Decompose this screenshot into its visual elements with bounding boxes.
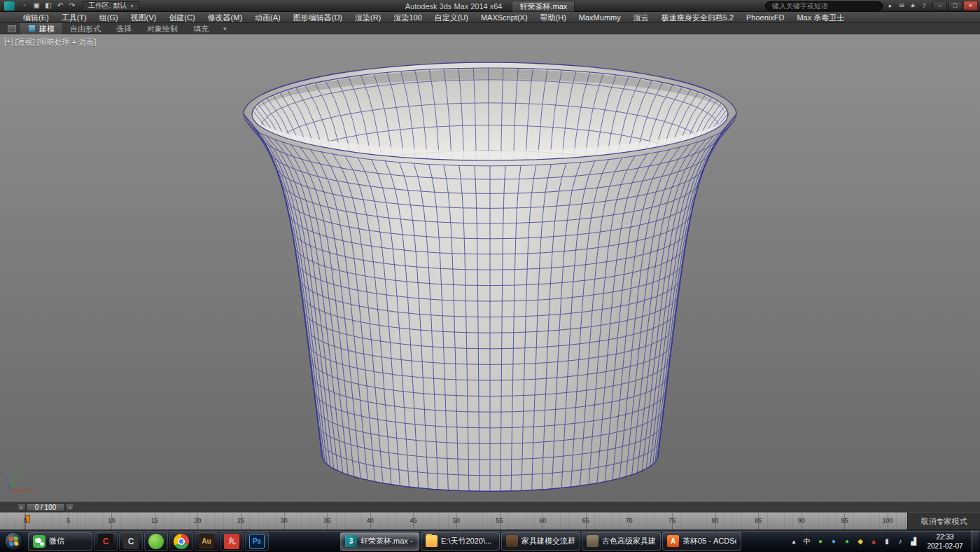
menu-item[interactable]: 视图(V) bbox=[125, 12, 163, 23]
quick-launch-button[interactable]: Au bbox=[195, 532, 218, 551]
previous-frame-button[interactable]: < bbox=[17, 503, 26, 511]
search-input[interactable] bbox=[765, 1, 883, 11]
frame-number: 45 bbox=[410, 517, 416, 524]
qq-tray-icon[interactable]: ● bbox=[827, 534, 840, 549]
frame-numbers: 0510152025303540455055606570758085909510… bbox=[0, 513, 907, 530]
world-axis-gizmo: x y z bbox=[6, 468, 39, 497]
wechat-label: 微信 bbox=[49, 536, 64, 546]
menu-item[interactable]: 动画(A) bbox=[248, 12, 287, 23]
minimize-button[interactable]: – bbox=[932, 1, 947, 11]
menu-item[interactable]: Max 杀毒卫士 bbox=[790, 12, 850, 23]
time-slider-handle[interactable]: 0 / 100 bbox=[26, 503, 65, 511]
show-desktop-button[interactable] bbox=[972, 530, 979, 552]
ribbon-bar: 建模自由形式选择对象绘制填充 ▾ bbox=[0, 23, 980, 34]
system-clock[interactable]: 22:33 2021-02-07 bbox=[923, 532, 967, 551]
graphics-tray-icon[interactable]: ▲ bbox=[867, 534, 880, 549]
download-tray-icon[interactable]: ◆ bbox=[854, 534, 867, 549]
ribbon-tab[interactable]: 填充 bbox=[186, 23, 216, 34]
windows-logo-icon bbox=[8, 536, 19, 546]
window-app-icon bbox=[506, 535, 518, 547]
save-file-icon[interactable]: ◧ bbox=[43, 1, 54, 11]
desktop-screen: ▫▣◧↶↷ 工作区: 默认 ▾ Autodesk 3ds Max 2014 x6… bbox=[0, 0, 980, 552]
chrome-icon bbox=[174, 534, 189, 549]
taskbar-window-button[interactable]: A 茶杯05 - ACDSe... bbox=[662, 532, 741, 551]
taskbar-window-button[interactable]: 3 轩荣茶杯.max - ... bbox=[340, 532, 419, 551]
volume-icon[interactable]: ♪ bbox=[894, 534, 906, 549]
viewport-shading-menu[interactable]: [明暗处理 + 边面] bbox=[37, 37, 97, 48]
ribbon-tab[interactable]: 对象绘制 bbox=[139, 23, 186, 34]
show-hidden-icons-arrow[interactable]: ▴ bbox=[788, 534, 800, 549]
close-button[interactable]: × bbox=[963, 1, 978, 11]
menu-item[interactable]: MAXScript(X) bbox=[475, 12, 534, 23]
ribbon-tab[interactable]: 建模 bbox=[20, 23, 62, 34]
new-scene-icon[interactable]: ▫ bbox=[19, 1, 30, 11]
viewport-menu-plus[interactable]: [+] bbox=[4, 37, 13, 48]
help-icon[interactable]: ? bbox=[918, 1, 930, 11]
taskbar-window-button[interactable]: 古色高级家具建... bbox=[582, 532, 661, 551]
menu-item[interactable]: 极速瘦身安全归档5.2 bbox=[655, 12, 740, 23]
menu-item[interactable]: 工具(T) bbox=[55, 12, 93, 23]
menu-item[interactable]: 编辑(E) bbox=[17, 12, 55, 23]
undo-icon[interactable]: ↶ bbox=[55, 1, 66, 11]
cancel-expert-mode-button[interactable]: 取消专家模式 bbox=[907, 512, 980, 530]
quick-launch-button[interactable]: Ps bbox=[245, 532, 269, 551]
infocenter: ▸✉★? –□× bbox=[765, 1, 978, 11]
menu-item[interactable]: PhoenixFD bbox=[740, 12, 790, 23]
ribbon-panel-icon[interactable] bbox=[8, 25, 16, 32]
redo-icon[interactable]: ↷ bbox=[66, 1, 78, 11]
audition-icon: Au bbox=[199, 534, 214, 549]
taskbar-window-button[interactable]: 家具建模交流群 bbox=[501, 532, 580, 551]
menu-bar: 编辑(E)工具(T)组(G)视图(V)创建(C)修改器(M)动画(A)图形编辑器… bbox=[0, 12, 980, 23]
communication-center-icon[interactable]: ✉ bbox=[896, 1, 907, 11]
frame-number: 65 bbox=[582, 517, 589, 524]
network-icon[interactable]: ▟ bbox=[907, 534, 920, 549]
menu-item[interactable]: 组(G) bbox=[93, 12, 125, 23]
teacup-model-wireframe[interactable] bbox=[0, 34, 980, 502]
taskbar-window-button[interactable]: E:\天竹2020\... bbox=[421, 532, 500, 551]
track-bar[interactable]: 0510152025303540455055606570758085909510… bbox=[0, 512, 907, 530]
favorites-star-icon[interactable]: ★ bbox=[907, 1, 918, 11]
menu-item[interactable]: 渲云 bbox=[627, 12, 655, 23]
menu-item[interactable]: 创建(C) bbox=[162, 12, 201, 23]
frame-number: 35 bbox=[323, 517, 330, 524]
perspective-viewport[interactable]: [+] [透视] [明暗处理 + 边面] x y z bbox=[0, 34, 980, 502]
wechat-tray-icon[interactable]: ● bbox=[841, 534, 853, 549]
wechat-icon bbox=[33, 535, 46, 548]
menu-item[interactable]: 修改器(M) bbox=[202, 12, 249, 23]
open-file-icon[interactable]: ▣ bbox=[31, 1, 42, 11]
ime-chinese-indicator[interactable]: 中 bbox=[801, 534, 813, 549]
search-button-icon[interactable]: ▸ bbox=[885, 1, 896, 11]
quick-launch-button[interactable] bbox=[144, 532, 168, 551]
quick-launch-button[interactable]: C bbox=[119, 532, 143, 551]
menu-item[interactable]: 帮助(H) bbox=[534, 12, 573, 23]
ribbon-tab[interactable]: 选择 bbox=[108, 23, 139, 34]
windows-taskbar: 微信 C C Au bbox=[0, 530, 980, 552]
quick-launch-button[interactable]: 丸 bbox=[220, 532, 244, 551]
ribbon-tab[interactable]: 自由形式 bbox=[62, 23, 108, 34]
frame-number: 60 bbox=[539, 517, 546, 524]
frame-number: 40 bbox=[367, 517, 374, 524]
axis-y-label: y bbox=[16, 470, 19, 476]
window-app-icon: A bbox=[667, 535, 679, 547]
app-title: Autodesk 3ds Max 2014 x64 bbox=[405, 2, 503, 11]
ribbon-collapse-icon[interactable]: ▾ bbox=[223, 25, 227, 32]
axis-x-label: x bbox=[33, 488, 36, 495]
quick-launch-button[interactable] bbox=[169, 532, 193, 551]
menu-item[interactable]: 渲染100 bbox=[387, 12, 428, 23]
taskbar-wechat-button[interactable]: 微信 bbox=[28, 532, 92, 551]
security-tray-icon[interactable]: ● bbox=[814, 534, 827, 549]
viewport-view-menu[interactable]: [透视] bbox=[15, 37, 35, 48]
menu-item[interactable]: MaxMummy bbox=[573, 12, 627, 23]
maximize-button[interactable]: □ bbox=[948, 1, 962, 11]
3dsmax-application-button[interactable] bbox=[4, 1, 15, 11]
quick-launch-button[interactable]: C bbox=[94, 532, 118, 551]
tray-icons: ▴中●●●◆▲▮♪▟ bbox=[788, 534, 920, 549]
menu-item[interactable]: 自定义(U) bbox=[428, 12, 475, 23]
menu-item[interactable]: 渲染(R) bbox=[349, 12, 387, 23]
usb-tray-icon[interactable]: ▮ bbox=[881, 534, 893, 549]
workspace-selector[interactable]: 工作区: 默认 ▾ bbox=[83, 1, 139, 11]
frame-number: 20 bbox=[194, 517, 201, 524]
menu-item[interactable]: 图形编辑器(D) bbox=[287, 12, 349, 23]
next-frame-button[interactable]: > bbox=[65, 503, 74, 511]
start-button[interactable] bbox=[4, 532, 23, 551]
